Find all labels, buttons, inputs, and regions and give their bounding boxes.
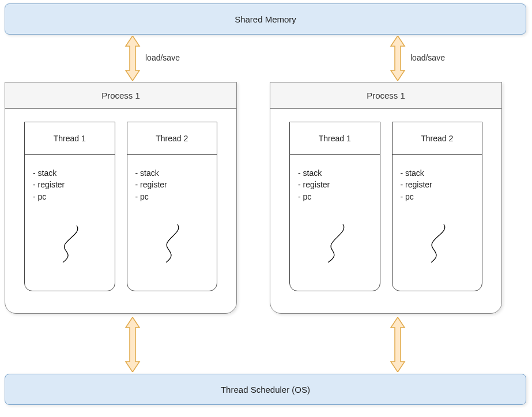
- process-2-thread-1-pc: - pc: [298, 191, 372, 202]
- arrow-top-left: [124, 36, 141, 83]
- process-2-thread-2-stack: - stack: [401, 167, 474, 179]
- process-1-thread-2-squiggle: [135, 202, 209, 285]
- process-1-thread-2-register: - register: [135, 179, 209, 190]
- arrow-bottom-left: [124, 317, 141, 374]
- process-2-thread-1-stack: - stack: [298, 167, 372, 179]
- process-1-thread-2-title: Thread 2: [127, 122, 217, 155]
- svg-marker-1: [391, 36, 405, 81]
- process-1-thread-2: Thread 2 - stack - register - pc: [127, 122, 218, 291]
- process-1-body: Thread 1 - stack - register - pc Thread …: [5, 109, 236, 304]
- arrow-top-right-label: load/save: [410, 53, 445, 62]
- process-2-header: Process 1: [270, 82, 501, 109]
- process-1-thread-1-content: - stack - register - pc: [25, 155, 115, 291]
- arrow-bottom-right: [390, 317, 406, 374]
- process-1-thread-2-pc: - pc: [135, 191, 209, 202]
- process-1-title: Process 1: [101, 91, 140, 100]
- process-1-thread-1-register: - register: [33, 179, 107, 190]
- svg-marker-0: [126, 36, 139, 81]
- thread-scheduler-label: Thread Scheduler (OS): [221, 385, 310, 395]
- arrow-top-left-label: load/save: [145, 53, 180, 62]
- process-2-thread-1-squiggle: [298, 202, 372, 285]
- process-1-thread-2-content: - stack - register - pc: [127, 155, 217, 291]
- shared-memory-label: Shared Memory: [235, 14, 296, 24]
- diagram-canvas: { "shared_memory": { "label": "Shared Me…: [0, 0, 532, 417]
- process-1-thread-1-squiggle: [33, 202, 107, 285]
- process-2-thread-2-squiggle: [401, 202, 474, 285]
- process-2-thread-1-content: - stack - register - pc: [290, 155, 380, 291]
- process-2-thread-2: Thread 2 - stack - register - pc: [392, 122, 483, 291]
- process-2-box: Process 1 Thread 1 - stack - register - …: [270, 82, 502, 314]
- process-1-box: Process 1 Thread 1 - stack - register - …: [5, 82, 237, 314]
- svg-marker-3: [391, 317, 405, 372]
- process-2-thread-2-content: - stack - register - pc: [393, 155, 482, 291]
- svg-marker-2: [126, 317, 139, 372]
- shared-memory-box: Shared Memory: [5, 3, 526, 35]
- process-1-header: Process 1: [5, 82, 236, 109]
- process-2-thread-1-register: - register: [298, 179, 372, 190]
- process-1-thread-2-stack: - stack: [135, 167, 209, 179]
- process-1-thread-1: Thread 1 - stack - register - pc: [24, 122, 115, 291]
- process-2-thread-1: Thread 1 - stack - register - pc: [289, 122, 380, 291]
- process-1-thread-1-stack: - stack: [33, 167, 107, 179]
- process-2-body: Thread 1 - stack - register - pc Thread …: [270, 109, 501, 304]
- process-2-thread-2-title: Thread 2: [393, 122, 482, 155]
- process-2-thread-2-register: - register: [401, 179, 474, 190]
- process-2-title: Process 1: [367, 91, 405, 100]
- process-2-thread-2-pc: - pc: [401, 191, 474, 202]
- process-2-thread-1-title: Thread 1: [290, 122, 380, 155]
- process-1-thread-1-pc: - pc: [33, 191, 107, 202]
- thread-scheduler-box: Thread Scheduler (OS): [5, 374, 526, 405]
- process-1-thread-1-title: Thread 1: [25, 122, 115, 155]
- arrow-top-right: [390, 36, 406, 83]
